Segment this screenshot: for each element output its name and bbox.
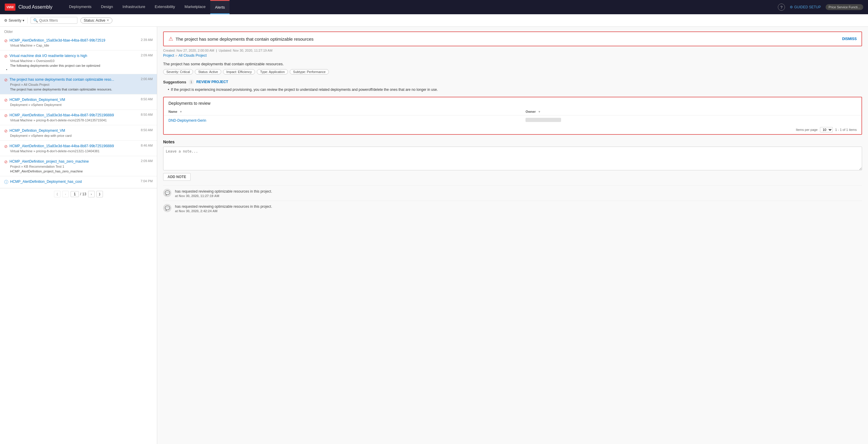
funnel-icon: ⚙ [4,19,7,23]
activity-content: has requested reviewing optimizable reso… [175,189,272,198]
alert-list-item[interactable]: ⊘ HCMP_AlertDefinition_15a83e3d-fdae-44b… [0,110,157,125]
activity-item: 💬 has requested reviewing optimizable re… [163,185,862,201]
alert-severity-icon: ⓘ [4,180,8,185]
alert-item-time: 7:04 PM [141,179,153,183]
suggestions-header: Suggestions 1 REVIEW PROJECT [163,79,862,85]
activity-list: 💬 has requested reviewing optimizable re… [163,185,862,216]
alert-detail-header: ⚠ The project has some deployments that … [163,31,862,46]
alert-title-row: ⊘ HCMP_Definition_Deployment_VM [4,128,139,133]
alert-severity-icon: ⊘ [4,38,8,43]
tag-chip: Status: Active [195,69,221,75]
status-chip-label: Status: Active [84,19,105,23]
alerts-list-panel: Older ⊘ HCMP_AlertDefinition_15a83e3d-fd… [0,27,157,444]
deployments-card: Deployments to review Name ▼ Owner ▼ DND… [163,97,862,135]
breadcrumb-child: All Clouds Project [179,53,207,58]
guided-setup-icon: ⚙ [790,5,793,9]
nav-tab-extensibility[interactable]: Extensibility [150,0,180,14]
nav-tab-deployments[interactable]: Deployments [64,0,96,14]
notes-section: Notes ADD NOTE [163,140,862,181]
alert-item-time: 8:50 AM [141,97,153,101]
breadcrumb-parent: Project [163,53,174,58]
alert-title-row: ⓘ HCMP_AlertDefinition_Deployment_has_co… [4,179,139,185]
alert-severity-icon: ⊘ [4,78,8,82]
page-number-input[interactable] [70,191,79,197]
alert-severity-icon: ⊘ [4,113,8,118]
activity-text: has requested reviewing optimizable reso… [175,189,272,194]
alert-breadcrumb[interactable]: Project » All Clouds Project [163,53,862,58]
alert-severity-icon: ⊘ [4,54,8,58]
nav-tab-marketplace[interactable]: Marketplace [180,0,210,14]
name-sort-icon[interactable]: ▼ [179,110,182,113]
tag-chip: Type: Application [257,69,288,75]
tag-chip: Severity: Critical [163,69,193,75]
alert-list-item[interactable]: ⊘ Virtual machine disk I/O read/write la… [0,51,157,74]
created-value: Nov 27, 2020, 2:00:00 AM [177,49,214,52]
alert-list-item[interactable]: ⊘ HCMP_AlertDefinition_15a83e3d-fdae-44b… [0,35,157,51]
help-icon[interactable]: ? [778,4,785,11]
deployments-table-body: DND-Deployment-Gerin [164,115,862,125]
alert-meta: Created: Nov 27, 2020, 2:00:00 AM | Upda… [163,49,862,52]
alert-item-sub: Deployment » vSphere Deployment [4,103,153,107]
notes-title: Notes [163,140,862,144]
last-page-button[interactable]: ⟫ [96,191,103,197]
alert-list-item[interactable]: ⊘ HCMP_Definition_Deployment_VM 8:50 AM … [0,125,157,141]
alert-item-title: Virtual machine disk I/O read/write late… [9,53,122,58]
next-page-button[interactable]: › [88,191,95,197]
deployment-name-link[interactable]: DND-Deployment-Gerin [168,118,206,123]
nav-tabs: DeploymentsDesignInfrastructureExtensibi… [64,0,778,14]
nav-tab-alerts[interactable]: Alerts [210,0,229,14]
page-separator: / [80,192,81,196]
alert-title-row: ⊘ Virtual machine disk I/O read/write la… [4,53,139,58]
updated-label: Updated: [219,49,232,52]
user-menu[interactable]: Price Service Functi... [826,4,863,10]
created-label: Created: [163,49,176,52]
nav-tab-infrastructure[interactable]: Infrastructure [118,0,150,14]
alert-list-item[interactable]: ⊘ HCMP_Definition_Deployment_VM 8:50 AM … [0,94,157,110]
activity-item: 💬 has requested reviewing optimizable re… [163,201,862,216]
quick-filters-search[interactable]: 🔍 [31,17,78,24]
deployment-name: DND-Deployment-Gerin [164,115,521,125]
alert-item-time: 8:50 AM [141,113,153,116]
col-owner: Owner ▼ [521,108,862,115]
guided-setup-label: GUIDED SETUP [794,5,821,9]
alert-item-title: The project has some deployments that co… [9,77,122,82]
alert-list-item[interactable]: ⓘ HCMP_AlertDefinition_Deployment_has_co… [0,176,157,188]
add-note-button[interactable]: ADD NOTE [163,173,191,181]
first-page-button[interactable]: ⟪ [54,191,61,197]
alert-item-time: 2:00 AM [141,77,153,81]
alert-item-title: HCMP_AlertDefinition_Deployment_has_cost [10,179,123,184]
alert-item-time: 2:39 AM [141,38,153,41]
guided-setup-button[interactable]: ⚙ GUIDED SETUP [790,5,821,9]
deployments-pagination: Items per page 10 25 50 1 - 1 of 1 items [164,125,862,134]
main-layout: Older ⊘ HCMP_AlertDefinition_15a83e3d-fd… [0,27,868,444]
alert-item-sub: Virtual Machine » pricing-ft-don't-delet… [4,149,153,153]
suggestions-title: Suggestions [163,80,186,84]
owner-sort-icon[interactable]: ▼ [538,110,541,113]
alert-item-header: ⊘ HCMP_AlertDefinition_15a83e3d-fdae-44b… [4,38,153,43]
quick-filters-input[interactable] [39,19,75,23]
alert-item-time: 2:09 AM [141,53,153,57]
items-per-page-select[interactable]: 10 25 50 [820,127,833,132]
items-count: 1 - 1 of 1 items [835,128,857,131]
prev-page-button[interactable]: ‹ [62,191,69,197]
review-project-link[interactable]: REVIEW PROJECT [196,80,228,84]
chip-close-icon[interactable]: ✕ [106,19,109,22]
status-active-chip[interactable]: Status: Active ✕ [81,18,113,24]
alert-item-header: ⊘ HCMP_AlertDefinition_15a83e3d-fdae-44b… [4,113,153,118]
alert-title-row: ⊘ HCMP_AlertDefinition_15a83e3d-fdae-44b… [4,144,139,149]
suggestions-badge: 1 [189,79,194,85]
severity-filter[interactable]: ⚙ Severity ▾ [4,19,24,23]
alert-item-desc: The following deployments under this pro… [4,64,153,71]
suggestion-bullet: If the project is experiencing increased… [163,87,862,93]
alert-list-item[interactable]: ⊘ HCMP_AlertDefinition_15a83e3d-fdae-44b… [0,141,157,156]
nav-tab-design[interactable]: Design [96,0,118,14]
alert-severity-icon: ⊘ [4,144,8,149]
dismiss-button[interactable]: DISMISS [842,37,857,41]
page-total: 13 [82,192,86,196]
alert-detail-title: The project has some deployments that co… [176,36,313,41]
alert-list-item[interactable]: ⊘ HCMP_AlertDefinition_project_has_zero_… [0,156,157,176]
app-title: Cloud Assembly [19,4,53,10]
notes-textarea[interactable] [163,147,862,170]
alert-list-item[interactable]: ⊘ The project has some deployments that … [0,74,157,94]
activity-text: has requested reviewing optimizable reso… [175,204,272,209]
